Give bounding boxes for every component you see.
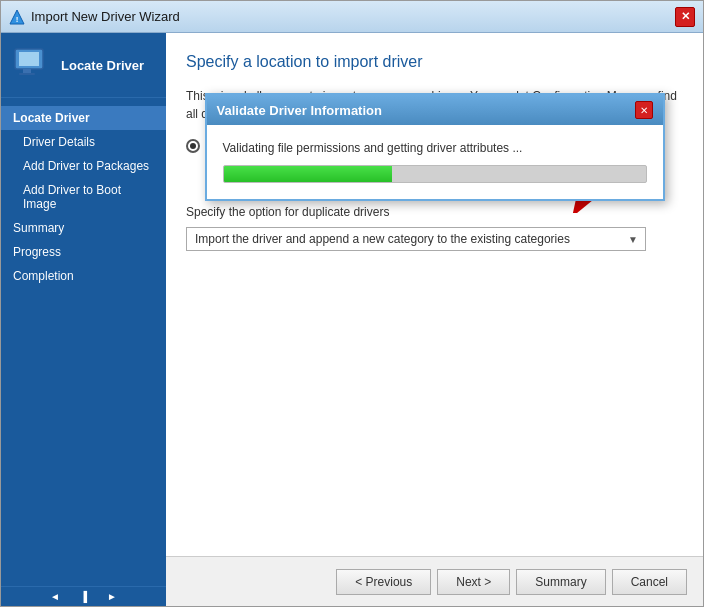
previous-button[interactable]: < Previous [336,569,431,595]
window-title: Import New Driver Wizard [31,9,180,24]
sidebar-header: Locate Driver [1,33,166,98]
sidebar-item-summary[interactable]: Summary [1,216,166,240]
wizard-body: Locate Driver Locate Driver Driver Detai… [1,33,703,606]
dialog-body: Validating file permissions and getting … [207,125,663,199]
dialog-close-button[interactable]: ✕ [635,101,653,119]
sidebar-header-text: Locate Driver [61,58,144,73]
sidebar: Locate Driver Locate Driver Driver Detai… [1,33,166,606]
sidebar-item-locate-driver[interactable]: Locate Driver [1,106,166,130]
progress-bar-fill [224,166,393,182]
dialog-title: Validate Driver Information [217,103,382,118]
wizard-icon: ! [9,9,25,25]
sidebar-scroll-left[interactable]: ◄ [50,591,60,602]
sidebar-items: Locate Driver Driver Details Add Driver … [1,98,166,586]
sidebar-item-completion[interactable]: Completion [1,264,166,288]
svg-rect-4 [23,69,31,73]
validate-dialog: Validate Driver Information ✕ Validating… [205,93,665,201]
close-button[interactable]: ✕ [675,7,695,27]
dialog-status-text: Validating file permissions and getting … [223,141,647,155]
computer-icon [11,45,51,85]
sidebar-scroll-right[interactable]: ► [107,591,117,602]
title-bar: ! Import New Driver Wizard ✕ [1,1,703,33]
dialog-overlay: Validate Driver Information ✕ Validating… [166,33,703,556]
main-wrapper: Specify a location to import driver This… [166,33,703,606]
svg-rect-3 [19,52,39,66]
svg-text:!: ! [16,15,19,24]
next-button[interactable]: Next > [437,569,510,595]
dialog-title-bar: Validate Driver Information ✕ [207,95,663,125]
sidebar-scrollbar: ◄ ▐ ► [1,586,166,606]
sidebar-scroll-indicator: ▐ [80,591,87,602]
title-bar-left: ! Import New Driver Wizard [9,9,180,25]
summary-button[interactable]: Summary [516,569,605,595]
wizard-window: ! Import New Driver Wizard ✕ Locate Driv… [0,0,704,607]
svg-rect-5 [19,73,35,75]
sidebar-item-driver-details[interactable]: Driver Details [1,130,166,154]
footer: < Previous Next > Summary Cancel [166,556,703,606]
main-content: Specify a location to import driver This… [166,33,703,556]
cancel-button[interactable]: Cancel [612,569,687,595]
sidebar-item-progress[interactable]: Progress [1,240,166,264]
sidebar-item-add-packages[interactable]: Add Driver to Packages [1,154,166,178]
sidebar-item-add-boot-image[interactable]: Add Driver to Boot Image [1,178,166,216]
progress-bar-background [223,165,647,183]
